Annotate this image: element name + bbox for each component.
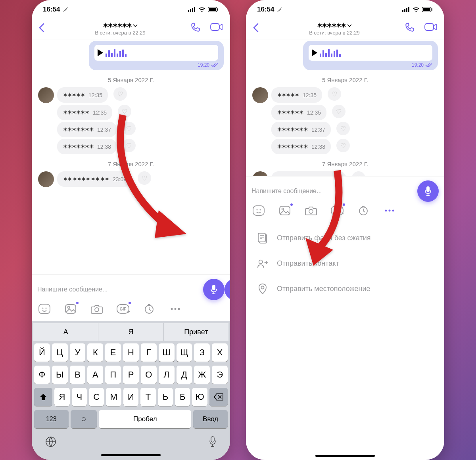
react-button[interactable]: ♡ [332, 105, 345, 118]
enter-key[interactable]: Ввод [193, 410, 228, 428]
avatar[interactable] [38, 171, 54, 187]
key[interactable]: М [106, 388, 121, 406]
gif-button[interactable]: GIF+ [331, 204, 344, 217]
react-button[interactable]: ♡ [328, 87, 341, 101]
react-button[interactable]: ♡ [352, 171, 365, 176]
voice-record-button[interactable] [417, 180, 439, 202]
key[interactable]: К [87, 343, 103, 362]
home-indicator[interactable] [101, 454, 161, 456]
sticker-button[interactable] [252, 204, 265, 217]
key[interactable]: Ю [192, 388, 207, 406]
incoming-message[interactable]: ✶✶✶✶✶✶✶ 12:37 [271, 122, 331, 137]
message-input[interactable]: Напишите сообщение... [37, 283, 199, 296]
key[interactable]: Е [105, 343, 121, 362]
key[interactable]: Ц [52, 343, 68, 362]
incoming-message[interactable]: ✶✶ ✶✶✶✶ ✶✶ ✶✶ 23:09 [271, 171, 346, 176]
incoming-message[interactable]: ✶✶✶✶✶✶ 12:35 [57, 105, 112, 120]
react-button[interactable]: ♡ [122, 122, 136, 135]
gallery-button[interactable] [278, 204, 291, 217]
suggestion[interactable]: Я [98, 323, 163, 341]
outgoing-message[interactable]: 19:20 [303, 41, 438, 70]
audio-message[interactable] [309, 45, 432, 61]
react-button[interactable]: ♡ [138, 171, 151, 185]
play-icon[interactable] [98, 49, 103, 56]
suggestion[interactable]: А [33, 323, 98, 341]
incoming-message[interactable]: ✶✶✶✶✶✶✶ 12:38 [271, 139, 331, 154]
key[interactable]: Т [140, 388, 155, 406]
voice-record-button[interactable] [203, 279, 225, 300]
send-file-item[interactable]: Отправить файл без сжатия [246, 226, 444, 251]
incoming-message[interactable]: ✶✶✶✶✶ 12:35 [271, 87, 322, 103]
key[interactable]: И [123, 388, 138, 406]
back-button[interactable] [253, 23, 264, 35]
key[interactable]: Ф [34, 366, 50, 384]
more-button[interactable] [169, 303, 182, 315]
key[interactable]: У [70, 343, 86, 362]
key[interactable]: Ж [194, 366, 210, 384]
key[interactable]: В [70, 366, 86, 384]
key[interactable]: П [105, 366, 121, 384]
camera-button[interactable] [90, 303, 103, 315]
play-icon[interactable] [312, 49, 317, 56]
key[interactable]: А [87, 366, 103, 384]
key[interactable]: О [141, 366, 157, 384]
key[interactable]: З [194, 343, 210, 362]
send-contact-item[interactable]: Отправить контакт [246, 251, 444, 276]
contact-name[interactable]: ✶✶✶✶✶✶ [317, 21, 352, 30]
shift-key[interactable] [34, 388, 52, 406]
globe-key[interactable] [45, 436, 56, 450]
gallery-button[interactable] [64, 303, 77, 315]
key[interactable]: Ч [72, 388, 87, 406]
gif-button[interactable]: GIF+ [117, 303, 129, 315]
incoming-message[interactable]: ✶✶✶✶✶ 12:35 [57, 87, 108, 103]
react-button[interactable]: ♡ [122, 139, 136, 152]
key[interactable]: Ь [158, 388, 173, 406]
key[interactable]: Э [212, 366, 228, 384]
key[interactable]: Б [175, 388, 190, 406]
avatar[interactable] [252, 87, 268, 103]
incoming-message[interactable]: ✶✶✶✶✶✶✶ 12:37 [57, 122, 117, 137]
key[interactable]: Я [54, 388, 69, 406]
key[interactable]: Щ [177, 343, 192, 362]
space-key[interactable]: Пробел [99, 410, 191, 428]
video-call-button[interactable] [424, 22, 437, 35]
voice-call-button[interactable] [405, 22, 417, 35]
numbers-key[interactable]: 123 [34, 410, 69, 428]
incoming-message[interactable]: ✶✶✶✶✶✶✶ 12:38 [57, 139, 117, 154]
voice-call-button[interactable] [190, 22, 203, 35]
timer-button[interactable] [357, 204, 370, 217]
key[interactable]: С [89, 388, 104, 406]
key[interactable]: Ы [52, 366, 68, 384]
key[interactable]: Ш [159, 343, 175, 362]
key[interactable]: Р [123, 366, 139, 384]
video-call-button[interactable] [210, 22, 223, 35]
more-button[interactable] [383, 204, 396, 217]
incoming-message[interactable]: ✶✶ ✶✶✶✶ ✶✶ ✶✶ 23:09 [57, 171, 132, 187]
avatar[interactable] [252, 171, 268, 176]
camera-button[interactable] [305, 204, 317, 217]
react-button[interactable]: ♡ [113, 87, 127, 101]
react-button[interactable]: ♡ [336, 122, 350, 135]
incoming-message[interactable]: ✶✶✶✶✶✶ 12:35 [271, 105, 326, 120]
key[interactable]: Х [212, 343, 228, 362]
backspace-key[interactable] [209, 388, 228, 406]
contact-name[interactable]: ✶✶✶✶✶✶ [103, 21, 138, 30]
react-button[interactable]: ♡ [118, 105, 131, 118]
react-button[interactable]: ♡ [336, 139, 350, 152]
key[interactable]: Й [34, 343, 50, 362]
back-button[interactable] [39, 23, 50, 35]
outgoing-message[interactable]: 19:20 [89, 41, 224, 70]
send-location-item[interactable]: Отправить местоположение [246, 276, 444, 302]
sticker-button[interactable] [38, 303, 51, 315]
audio-message[interactable] [94, 45, 218, 61]
suggestion[interactable]: Привет [164, 323, 228, 341]
key[interactable]: Д [177, 366, 192, 384]
emoji-key[interactable]: ☺ [71, 410, 97, 428]
home-indicator[interactable] [315, 455, 375, 457]
dictation-key[interactable] [209, 436, 217, 450]
avatar[interactable] [38, 87, 54, 103]
key[interactable]: Г [141, 343, 157, 362]
key[interactable]: Л [159, 366, 175, 384]
message-input[interactable]: Напишите сообщение... [251, 184, 413, 198]
timer-button[interactable] [143, 303, 155, 315]
